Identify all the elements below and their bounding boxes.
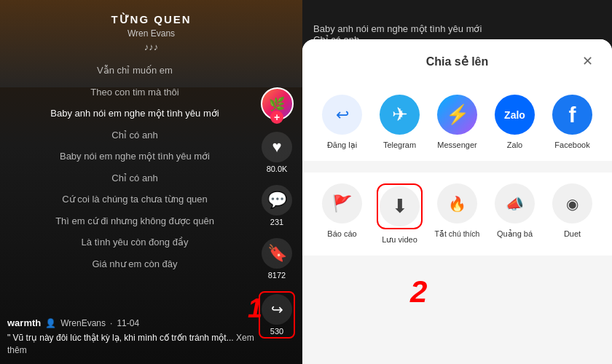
post-date: · xyxy=(110,318,112,328)
telegram-label: Telegram xyxy=(383,141,416,149)
post-date-val: 11-04 xyxy=(117,318,139,328)
comment-count: 231 xyxy=(270,218,283,226)
follow-icon: 👤 xyxy=(45,318,56,328)
lyric-8: Thì em cứ đi nhưng không được quên xyxy=(44,210,258,232)
share-icon: ↪ xyxy=(262,294,292,325)
lyric-3: Baby anh nói em nghe một tình yêu mới xyxy=(39,103,262,124)
divider xyxy=(302,161,612,167)
report-icon: 🚩 xyxy=(322,183,362,223)
username: warmth xyxy=(7,317,41,328)
lyric-7: Cứ coi là chúng ta chưa từng quen xyxy=(51,189,251,210)
telegram-icon: ✈ xyxy=(380,95,420,135)
bookmark-button[interactable]: 🔖 8172 xyxy=(262,238,292,280)
duet-icon: ◉ xyxy=(552,183,592,223)
music-notes: ♪♪♪ xyxy=(0,41,302,52)
right-icons: 🌿 + ♥ 80.0K 💬 231 🔖 8172 ↪ 530 xyxy=(259,87,295,339)
action-save-video[interactable]: ⬇ Lưu video xyxy=(376,183,423,245)
share-facebook[interactable]: f Facebook xyxy=(549,95,596,150)
lyric-5: Baby nói em nghe một tình yêu mới xyxy=(49,146,254,167)
messenger-icon: ⚡ xyxy=(437,95,477,135)
share-button[interactable]: ↪ 530 xyxy=(259,291,295,339)
lyric-2: Theo con tim mà thôi xyxy=(79,82,222,103)
lyric-10: Giá như em còn đây xyxy=(81,253,221,275)
user-handle: WrenEvans xyxy=(60,318,106,328)
creator-avatar[interactable]: 🌿 + xyxy=(261,87,294,120)
save-video-icon: ⬇ xyxy=(380,186,420,226)
share-zalo[interactable]: Zalo Zalo xyxy=(491,95,538,150)
duet-label: Duet xyxy=(564,229,581,238)
share-messenger[interactable]: ⚡ Messenger xyxy=(434,95,481,150)
user-row: warmth 👤 WrenEvans · 11-04 xyxy=(7,317,259,328)
facebook-label: Facebook xyxy=(554,141,589,149)
close-button[interactable]: ✕ xyxy=(577,51,597,71)
artist-name: Wren Evans xyxy=(0,28,302,39)
zalo-label: Zalo xyxy=(507,141,522,149)
modal-title: Chia sẻ lên xyxy=(337,55,577,68)
step-2-indicator: 2 xyxy=(410,274,427,309)
share-telegram[interactable]: ✈ Telegram xyxy=(376,95,423,150)
promote-label: Quảng bá xyxy=(497,229,533,239)
share-icons-row: ↩ Đăng lại ✈ Telegram ⚡ Messenger Zalo Z… xyxy=(302,80,612,161)
action-turn-off-like[interactable]: 🔥 Tắt chú thích xyxy=(434,183,481,245)
comment-button[interactable]: 💬 231 xyxy=(262,185,292,226)
step-1-indicator: 1 xyxy=(248,293,262,324)
repost-icon: ↩ xyxy=(322,95,362,135)
messenger-label: Messenger xyxy=(437,141,476,149)
action-duet[interactable]: ◉ Duet xyxy=(549,183,596,245)
song-info: TỪNG QUEN Wren Evans ♪♪♪ xyxy=(0,0,302,52)
action-report[interactable]: 🚩 Báo cáo xyxy=(318,183,366,245)
share-count: 530 xyxy=(270,327,283,336)
lyric-1: Vẫn chỉ muốn em xyxy=(86,60,216,82)
share-repost[interactable]: ↩ Đăng lại xyxy=(318,95,366,150)
zalo-icon: Zalo xyxy=(495,95,535,135)
heart-icon: ♥ xyxy=(262,132,292,162)
promote-icon: 📣 xyxy=(495,183,535,223)
action-promote[interactable]: 📣 Quảng bá xyxy=(491,183,538,245)
share-modal: Chia sẻ lên ✕ ↩ Đăng lại ✈ Telegram ⚡ Me… xyxy=(302,39,612,364)
facebook-icon: f xyxy=(552,95,592,135)
report-label: Báo cáo xyxy=(327,229,356,238)
bookmark-icon: 🔖 xyxy=(262,238,292,269)
like-count: 80.0K xyxy=(267,165,288,173)
lyric-4: Chỉ có anh xyxy=(101,124,201,146)
turn-off-like-label: Tắt chú thích xyxy=(435,229,480,238)
save-video-label: Lưu video xyxy=(382,235,417,245)
left-panel: TỪNG QUEN Wren Evans ♪♪♪ Vẫn chỉ muốn em… xyxy=(0,0,302,364)
bookmark-count: 8172 xyxy=(268,271,286,280)
turn-off-like-icon: 🔥 xyxy=(437,183,477,223)
lyric-6: Chỉ có anh xyxy=(101,167,201,189)
repost-label: Đăng lại xyxy=(327,141,357,150)
bg-lyric-1: Baby anh nói em nghe một tình yêu mới xyxy=(313,23,482,34)
action-icons-row: 🚩 Báo cáo ⬇ Lưu video 🔥 Tắt chú thích 📣 … xyxy=(302,173,612,256)
comment-icon: 💬 xyxy=(262,185,292,215)
song-title: TỪNG QUEN xyxy=(0,13,302,26)
modal-header: Chia sẻ lên ✕ xyxy=(302,39,612,80)
like-button[interactable]: ♥ 80.0K xyxy=(262,132,292,173)
lyric-9: Là tình yêu còn đong đầy xyxy=(71,232,232,253)
right-panel: Baby anh nói em nghe một tình yêu mới Ch… xyxy=(302,0,612,364)
bottom-info: warmth 👤 WrenEvans · 11-04 " Vũ trụ này … xyxy=(7,317,259,357)
follow-button[interactable]: + xyxy=(270,111,283,124)
caption: " Vũ trụ này đôi lúc thật kỳ lạ, khi mìn… xyxy=(7,332,259,357)
